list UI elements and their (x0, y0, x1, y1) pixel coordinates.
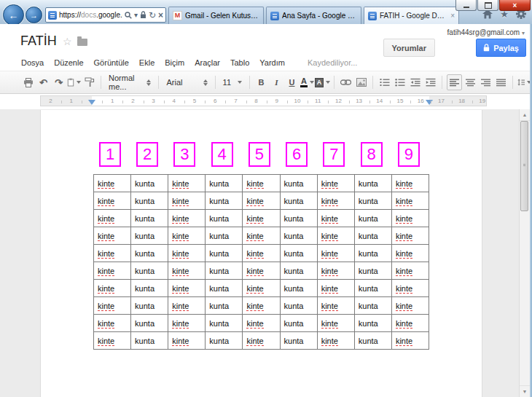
column-number-box[interactable]: 9 (398, 142, 420, 167)
table-cell[interactable]: kunta (354, 280, 391, 297)
table-cell[interactable]: kunta (354, 332, 391, 350)
menu-ekle[interactable]: Ekle (134, 56, 160, 69)
table-cell[interactable]: kunta (280, 192, 317, 210)
column-number-box[interactable]: 6 (286, 142, 308, 167)
bulleted-list-icon[interactable] (393, 75, 407, 90)
table-cell[interactable]: kinte (317, 175, 354, 192)
table-cell[interactable]: kunta (354, 227, 391, 245)
table-cell[interactable]: kunta (354, 297, 391, 315)
vertical-scrollbar[interactable]: ▲ ▼ (519, 109, 530, 397)
table-cell[interactable]: kinte (391, 245, 429, 262)
scrollbar-thumb[interactable] (520, 121, 528, 211)
table-cell[interactable]: kinte (168, 192, 206, 210)
italic-button[interactable]: I (270, 75, 283, 90)
table-cell[interactable]: kunta (206, 297, 243, 315)
table-cell[interactable]: kunta (280, 262, 317, 280)
table-cell[interactable]: kinte (94, 245, 131, 262)
underline-button[interactable]: U (285, 75, 299, 90)
table-cell[interactable]: kunta (131, 227, 168, 245)
table-cell[interactable]: kinte (317, 192, 354, 210)
close-button[interactable]: × (499, 0, 531, 11)
bold-button[interactable]: B (254, 75, 268, 90)
highlight-color-button[interactable]: A (316, 75, 329, 90)
table-cell[interactable]: kunta (280, 245, 317, 262)
indent-icon[interactable] (423, 75, 437, 90)
table-cell[interactable]: kunta (206, 175, 243, 192)
table-cell[interactable]: kinte (94, 262, 131, 280)
table-cell[interactable]: kinte (168, 227, 206, 245)
account-menu[interactable]: fatih44srg@gmail.com ▾ (447, 28, 525, 36)
table-cell[interactable]: kinte (94, 280, 131, 297)
table-cell[interactable]: kinte (317, 245, 354, 262)
font-family-dropdown[interactable]: Arial (163, 75, 211, 90)
table-cell[interactable]: kunta (280, 332, 317, 350)
table-cell[interactable]: kinte (317, 227, 354, 245)
column-number-box[interactable]: 3 (173, 142, 195, 167)
scroll-up-button[interactable]: ▲ (520, 109, 530, 121)
column-number-box[interactable]: 5 (249, 142, 270, 167)
table-cell[interactable]: kinte (168, 175, 206, 192)
table-cell[interactable]: kinte (243, 245, 280, 262)
table-cell[interactable]: kinte (243, 297, 280, 315)
table-cell[interactable]: kinte (391, 297, 429, 315)
table-cell[interactable]: kunta (280, 210, 317, 227)
table-cell[interactable]: kinte (94, 315, 131, 332)
table-cell[interactable]: kunta (280, 280, 317, 297)
share-button[interactable]: Paylaş (476, 39, 526, 57)
table-cell[interactable]: kinte (168, 332, 206, 350)
column-number-box[interactable]: 4 (211, 142, 233, 167)
star-document-icon[interactable]: ☆ (63, 36, 72, 47)
table-cell[interactable]: kinte (243, 227, 280, 245)
table-cell[interactable]: kinte (391, 280, 429, 297)
table-cell[interactable]: kinte (391, 175, 429, 192)
table-cell[interactable]: kunta (206, 245, 243, 262)
minimize-button[interactable] (455, 0, 477, 11)
table-cell[interactable]: kunta (206, 262, 243, 280)
table-cell[interactable]: kinte (94, 297, 131, 315)
table-cell[interactable]: kinte (243, 280, 280, 297)
address-bar[interactable]: https://docs.google.c... ▾ ↻ × (45, 7, 166, 23)
table-cell[interactable]: kunta (354, 262, 391, 280)
table-cell[interactable]: kunta (206, 227, 243, 245)
table-cell[interactable]: kinte (243, 175, 280, 192)
maximize-button[interactable] (477, 0, 498, 11)
paint-format-icon[interactable] (82, 75, 96, 90)
folder-icon[interactable] (77, 39, 87, 46)
table-cell[interactable]: kinte (94, 175, 131, 192)
document-page[interactable]: 123456789 kintekuntakintekuntakintekunta… (40, 110, 482, 397)
paragraph-style-dropdown[interactable]: Normal me... (105, 75, 154, 90)
comments-button[interactable]: Yorumlar (383, 39, 435, 57)
forward-button[interactable]: → (26, 7, 42, 23)
tab-gmail[interactable]: M Gmail - Gelen Kutusu (5) - f... (168, 7, 264, 24)
table-cell[interactable]: kinte (243, 192, 280, 210)
table-cell[interactable]: kinte (168, 262, 206, 280)
table-cell[interactable]: kinte (391, 262, 429, 280)
table-cell[interactable]: kunta (206, 210, 243, 227)
table-cell[interactable]: kunta (206, 280, 243, 297)
table-cell[interactable]: kunta (280, 227, 317, 245)
tab-fatih-active[interactable]: FATİH - Google Doküma... × (364, 7, 459, 24)
table-cell[interactable]: kunta (131, 297, 168, 315)
menu-bicim[interactable]: Biçim (160, 56, 189, 69)
table-cell[interactable]: kinte (94, 210, 131, 227)
table-cell[interactable]: kinte (94, 332, 131, 350)
column-number-box[interactable]: 8 (361, 142, 383, 167)
table-cell[interactable]: kunta (131, 262, 168, 280)
table-cell[interactable]: kinte (391, 227, 429, 245)
print-icon[interactable] (21, 75, 35, 90)
table-cell[interactable]: kunta (206, 315, 243, 332)
table-cell[interactable]: kunta (280, 315, 317, 332)
menu-araclar[interactable]: Araçlar (189, 56, 225, 69)
image-icon[interactable] (354, 75, 368, 90)
column-number-box[interactable]: 1 (99, 142, 121, 167)
table-cell[interactable]: kunta (131, 332, 168, 350)
tab-close-icon[interactable]: × (450, 12, 455, 20)
table-cell[interactable]: kunta (131, 280, 168, 297)
menu-goruntule[interactable]: Görüntüle (89, 56, 134, 69)
refresh-icon[interactable]: ↻ (149, 11, 156, 20)
right-indent-marker[interactable] (426, 100, 433, 105)
menu-yardim[interactable]: Yardım (254, 56, 290, 69)
align-center-icon[interactable] (463, 75, 477, 90)
text-color-button[interactable]: A (300, 75, 314, 90)
scroll-down-button[interactable]: ▼ (520, 385, 530, 397)
